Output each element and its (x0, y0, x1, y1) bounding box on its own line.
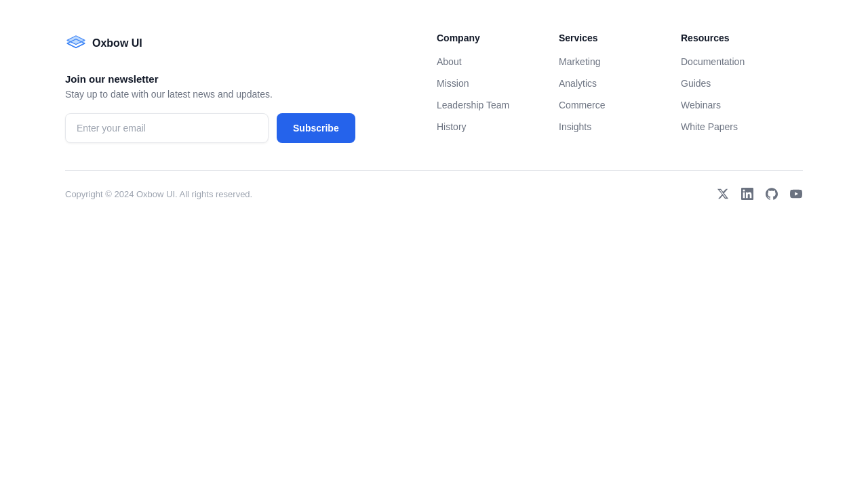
footer: Oxbow UI Join our newsletter Stay up to … (0, 0, 868, 217)
list-item: Documentation (681, 56, 803, 68)
youtube-icon[interactable] (789, 187, 803, 201)
github-icon[interactable] (765, 187, 778, 201)
resources-links: Documentation Guides Webinars White Pape… (681, 56, 803, 133)
resources-link-webinars[interactable]: Webinars (681, 100, 721, 110)
resources-link-guides[interactable]: Guides (681, 78, 711, 89)
list-item: Marketing (559, 56, 681, 68)
footer-column-resources: Resources Documentation Guides Webinars … (681, 33, 803, 133)
footer-nav-columns: Company About Mission Leadership Team Hi… (445, 33, 803, 133)
footer-top: Oxbow UI Join our newsletter Stay up to … (65, 33, 803, 143)
list-item: About (437, 56, 559, 68)
list-item: Commerce (559, 99, 681, 111)
list-item: Webinars (681, 99, 803, 111)
logo-icon (65, 33, 87, 54)
company-links: About Mission Leadership Team History (437, 56, 559, 133)
company-link-history[interactable]: History (437, 121, 467, 132)
copyright-text: Copyright © 2024 Oxbow UI. All rights re… (65, 189, 252, 199)
services-link-commerce[interactable]: Commerce (559, 100, 605, 110)
newsletter-title: Join our newsletter (65, 73, 445, 85)
subscribe-button[interactable]: Subscribe (277, 113, 355, 143)
list-item: Mission (437, 77, 559, 89)
footer-column-company: Company About Mission Leadership Team Hi… (437, 33, 559, 133)
footer-bottom: Copyright © 2024 Oxbow UI. All rights re… (65, 187, 803, 217)
list-item: Guides (681, 77, 803, 89)
list-item: Analytics (559, 77, 681, 89)
services-link-marketing[interactable]: Marketing (559, 56, 600, 67)
logo-name: Oxbow UI (92, 37, 142, 49)
list-item: History (437, 121, 559, 133)
services-link-analytics[interactable]: Analytics (559, 78, 597, 89)
newsletter-description: Stay up to date with our latest news and… (65, 89, 445, 100)
social-icons (716, 187, 803, 201)
footer-left: Oxbow UI Join our newsletter Stay up to … (65, 33, 445, 143)
twitter-icon[interactable] (716, 187, 730, 201)
footer-column-services: Services Marketing Analytics Commerce In… (559, 33, 681, 133)
logo-row: Oxbow UI (65, 33, 445, 54)
linkedin-icon[interactable] (741, 187, 754, 201)
resources-link-documentation[interactable]: Documentation (681, 56, 745, 67)
services-links: Marketing Analytics Commerce Insights (559, 56, 681, 133)
company-column-title: Company (437, 33, 559, 43)
list-item: Leadership Team (437, 99, 559, 111)
newsletter-form: Subscribe (65, 113, 445, 143)
resources-column-title: Resources (681, 33, 803, 43)
email-input[interactable] (65, 113, 269, 143)
list-item: White Papers (681, 121, 803, 133)
resources-link-whitepapers[interactable]: White Papers (681, 121, 738, 132)
list-item: Insights (559, 121, 681, 133)
company-link-about[interactable]: About (437, 56, 462, 67)
company-link-leadership[interactable]: Leadership Team (437, 100, 509, 110)
company-link-mission[interactable]: Mission (437, 78, 469, 89)
services-link-insights[interactable]: Insights (559, 121, 591, 132)
services-column-title: Services (559, 33, 681, 43)
footer-divider (65, 170, 803, 171)
